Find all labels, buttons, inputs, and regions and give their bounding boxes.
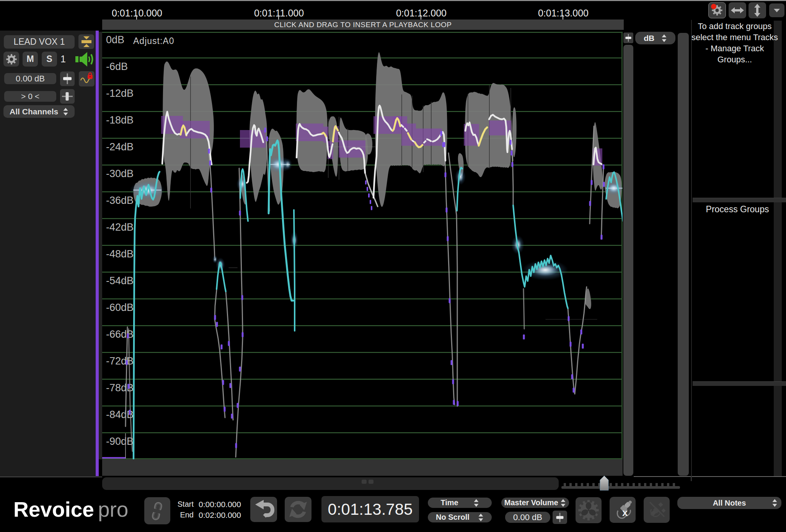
svg-text:-60dB: -60dB [106,302,134,313]
svg-text:x: x [622,507,628,518]
svg-text:-6dB: -6dB [106,61,128,72]
svg-text:-48dB: -48dB [106,248,134,260]
svg-text:-12dB: -12dB [106,88,134,99]
svg-text:-24dB: -24dB [106,141,134,153]
svg-text:-30dB: -30dB [106,168,134,179]
svg-text:-54dB: -54dB [106,275,134,286]
svg-text:-36dB: -36dB [106,195,134,206]
svg-text:-42dB: -42dB [106,221,134,233]
svg-text:-18dB: -18dB [106,114,134,126]
svg-text:0dB: 0dB [106,34,124,46]
svg-text:-66dB: -66dB [106,329,134,340]
svg-text:-90dB: -90dB [106,436,134,447]
svg-text:Adjust:A0: Adjust:A0 [133,36,174,46]
